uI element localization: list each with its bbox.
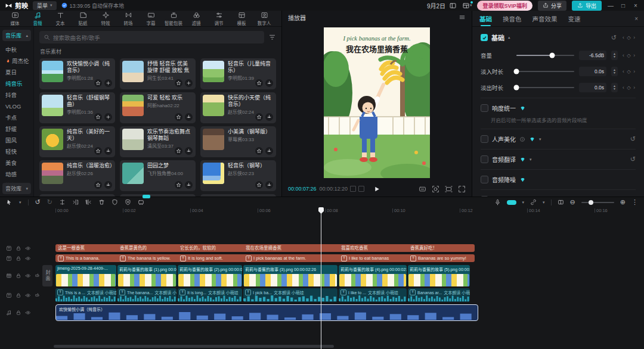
player-menu-icon[interactable] [459,14,466,21]
ticon[interactable] [6,245,12,251]
fit-ratio-icon[interactable] [445,185,453,193]
chevron-up-icon[interactable]: ▴ [508,35,510,40]
basic-checkbox[interactable] [481,34,488,41]
prev-frame-icon[interactable] [350,186,356,192]
layout-panel-icon[interactable] [449,2,457,10]
ribbon-tab-媒体[interactable]: 媒体 [4,11,26,26]
en-text-track-header[interactable] [0,254,58,263]
download-icon[interactable] [185,113,193,121]
sidebar-item-VLOG[interactable]: VLOG [0,101,33,112]
sidebar-item-轻快[interactable]: 轻快 [0,146,33,157]
sidebar-item-抖音[interactable]: 抖音 [0,89,33,101]
slider-track[interactable] [516,71,574,72]
slider-value[interactable]: 0.0s [579,67,606,76]
download-icon[interactable] [265,147,273,155]
close-button[interactable]: × [632,2,639,9]
cn-subtitle-clip[interactable]: 它长长的，软软的 [178,244,247,252]
favorite-icon[interactable] [175,181,182,189]
stepper-control[interactable]: ▲▼ [611,67,618,76]
tts-audio-clip[interactable]: TThe banana...文本朗读 小萌娃 [117,288,177,302]
download-icon[interactable] [185,181,193,189]
favorite-icon[interactable] [94,147,102,155]
inspector-tab-基础[interactable]: 基础 [479,11,492,26]
sidebar-item-中秋[interactable]: 中秋 [0,44,33,55]
option-checkbox[interactable] [481,155,488,163]
en-subtitle-clip[interactable]: TI pick bananas at the farm. [243,254,342,262]
favorite-icon[interactable] [255,147,263,155]
panel-close-icon[interactable]: × [634,15,638,22]
ribbon-tab-特效[interactable]: 特效 [94,11,117,26]
lock-icon[interactable] [16,255,21,261]
ribbon-tab-转场[interactable]: 转场 [117,11,140,26]
video-clip[interactable]: 莉莉与香蕉的故事 (5).png 00:00:02:02 [408,265,470,286]
ribbon-tab-字幕[interactable]: 字幕 [140,11,162,26]
linkage-icon[interactable] [530,199,537,205]
en-subtitle-clip[interactable]: TBananas are so yummy! [408,254,475,262]
ribbon-tab-贴纸[interactable]: 贴纸 [72,11,94,26]
sidebar-item-美食[interactable]: 美食 [0,157,33,169]
search-input[interactable]: 搜索歌曲名称/歌手 [39,31,264,43]
playhead-line[interactable] [321,207,321,349]
select-tool-icon[interactable] [6,199,13,205]
download-icon[interactable] [265,181,273,189]
info-icon[interactable] [519,136,525,142]
more-icon[interactable]: ⋮ [631,198,638,206]
favorite-icon[interactable] [94,79,102,87]
tts-audio-clip[interactable]: TThis is a ...文本朗读 小萌娃 [55,288,116,302]
project-title[interactable]: 9月2日 [427,1,445,10]
sidebar-item-纯音乐[interactable]: 纯音乐 [0,78,33,89]
slider-value[interactable]: 0.0s [579,83,606,92]
favorite-icon[interactable] [175,113,182,121]
horizontal-scrollbar[interactable] [54,345,334,348]
maximize-button[interactable]: □ [620,2,627,9]
beat-marker-icon[interactable] [138,199,144,205]
option-checkbox[interactable] [481,196,488,197]
music-card[interactable]: 小朋友的欢乐时光阿狸01:00 [120,194,196,197]
delete-icon[interactable] [98,199,105,205]
ribbon-tab-滤镜[interactable]: 滤镜 [185,11,208,26]
sidebar-item-夏日[interactable]: 夏日 [0,67,33,78]
download-icon[interactable] [265,79,273,87]
cn-subtitle-clip[interactable]: 我在农场里摘香蕉 [243,244,342,252]
ribbon-tab-音频[interactable]: 音频 [26,11,49,26]
music-card[interactable]: 小美满（钢琴版）草莓酱03:33 [200,126,276,157]
preview-canvas[interactable]: I pick bananas at the farm. 我在农场里摘香蕉 [324,27,430,178]
music-card[interactable]: 田园之梦飞升独角兽04:00 [120,160,196,191]
option-checkbox[interactable] [481,176,488,183]
chevron-down-icon[interactable]: ▾ [543,200,545,205]
preview-axis-icon[interactable] [558,199,564,205]
keyframe-control[interactable]: ‹ ◇ › [623,52,636,58]
ticon[interactable] [6,292,12,298]
music-card[interactable]: 纯音乐（温暖治愈）赵乐侠02:26 [39,160,115,191]
music-card[interactable]: 轻音乐（钢琴）赵乐侠02:23 [200,160,276,191]
snapshot-icon[interactable] [432,185,439,193]
option-checkbox[interactable] [481,104,488,112]
slider-track[interactable] [516,87,574,88]
play-button[interactable] [374,186,380,192]
eye-icon[interactable] [25,310,31,316]
cn-text-track-header[interactable] [0,244,58,253]
option-checkbox[interactable] [481,135,488,143]
workspace-switch-icon[interactable]: ▾ [462,2,472,10]
music-card[interactable]: 抒情 轻音乐 优美 旋律 舒缓 放松 焦点 钢琴网生长03:41 [120,58,196,89]
ribbon-tab-调节[interactable]: 调节 [208,11,230,26]
record-voice-icon[interactable] [494,199,501,205]
download-icon[interactable] [104,147,112,155]
en-subtitle-clip[interactable]: TIt is long and soft. [178,254,247,262]
redo-icon[interactable]: ↻ [47,198,52,206]
music-card[interactable]: 纯音乐（晚月）赵乐侠02:48 [200,194,276,197]
cn-subtitle-clip[interactable]: 香蕉真好吃！ [408,244,475,252]
delete-right-icon[interactable] [85,199,92,205]
favorite-icon[interactable] [175,147,182,155]
video-clip[interactable]: 莉莉与香蕉的故事 (1).png 00:00:01:23 [117,265,177,286]
lock-icon[interactable] [16,245,21,251]
timeline-zoom-slider[interactable] [581,202,614,203]
tts-audio-clip[interactable]: TBananas ar...文本朗读 小萌娃 [408,288,470,302]
music-card[interactable]: 纯音乐（美好的一天）赵乐侠02:24 [39,126,115,157]
download-icon[interactable] [104,181,112,189]
video-clip[interactable]: jimeng-2025-09-28-4409-... [55,265,116,286]
split-icon[interactable] [59,199,66,205]
stepper-control[interactable]: ▲▼ [611,83,618,92]
eye-icon[interactable] [25,255,31,261]
keyframe-control[interactable]: ‹ ◇ › [623,68,636,74]
